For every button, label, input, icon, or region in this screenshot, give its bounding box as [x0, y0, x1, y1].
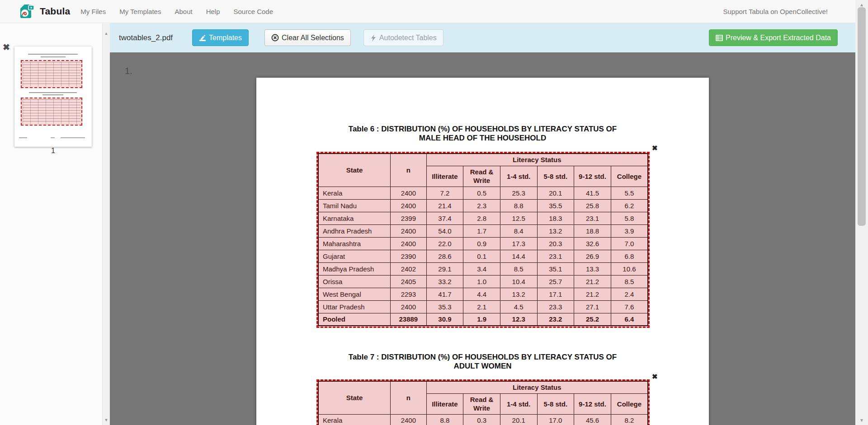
preview-export-button[interactable]: Preview & Export Extracted Data: [709, 29, 838, 46]
lightning-bolt-icon: [370, 34, 377, 42]
templates-icon: [199, 34, 206, 42]
scrollbar-thumb[interactable]: [858, 7, 866, 226]
toolbar: twotables_2.pdf Templates Clear All Sele…: [110, 23, 855, 52]
table7-title-line1: Table 7 : DISTRIBUTION (%) OF HOUSEHOLDS…: [256, 353, 709, 362]
nav-item-my-files[interactable]: My Files: [74, 0, 113, 23]
page-thumbnail[interactable]: [14, 47, 92, 147]
nav-item-my-templates[interactable]: My Templates: [113, 0, 168, 23]
table-list-icon: [716, 34, 723, 42]
remove-circle-icon: [271, 34, 279, 42]
tabula-app: Tabula My Files My Templates About Help …: [0, 0, 868, 425]
thumb-footer-line: [19, 137, 27, 138]
table-selection-1[interactable]: [316, 152, 650, 328]
clear-button-label: Clear All Selections: [282, 34, 344, 42]
sidebar-scrollbar[interactable]: ▲ ▼: [102, 23, 110, 425]
support-link[interactable]: Support Tabula on OpenCollective!: [723, 0, 828, 23]
tabula-logo-icon: [19, 2, 36, 21]
page-scrollbar[interactable]: ▲ ▼: [855, 0, 868, 425]
thumb-mini-table: [23, 62, 80, 86]
pdf-filename: twotables_2.pdf: [119, 33, 173, 42]
pdf-canvas: 1. Table 6 : DISTRIBUTION (%) OF HOUSEHO…: [110, 52, 855, 425]
scroll-down-icon[interactable]: ▼: [103, 418, 110, 422]
selection-2-close-icon[interactable]: ✖: [652, 373, 658, 380]
table6-title-line1: Table 6 : DISTRIBUTION (%) OF HOUSEHOLDS…: [256, 125, 709, 134]
thumb-footer-line: [61, 137, 85, 138]
thumb-title-line: [29, 92, 77, 93]
templates-button[interactable]: Templates: [192, 29, 249, 46]
thumb-selection-2: [21, 98, 82, 126]
thumb-footer-line: [51, 137, 55, 138]
clear-all-selections-button[interactable]: Clear All Selections: [264, 29, 351, 46]
thumb-title-line: [41, 56, 66, 57]
selection-1-close-icon[interactable]: ✖: [652, 145, 658, 151]
sidebar: ✖ 1: [0, 23, 102, 425]
thumb-mini-table: [23, 99, 80, 124]
autodetect-tables-button[interactable]: Autodetect Tables: [363, 29, 443, 46]
export-button-label: Preview & Export Extracted Data: [726, 34, 831, 42]
close-document-icon[interactable]: ✖: [3, 43, 10, 51]
nav-item-help[interactable]: Help: [199, 0, 227, 23]
nav-item-source-code[interactable]: Source Code: [227, 0, 280, 23]
thumb-selection-1: [21, 60, 82, 88]
scroll-up-icon[interactable]: ▲: [103, 31, 110, 36]
autodetect-button-label: Autodetect Tables: [379, 34, 437, 42]
canvas-page-label: 1.: [125, 66, 132, 76]
table-selection-2[interactable]: [316, 379, 650, 425]
table6-title-line2: MALE HEAD OF THE HOUSEHOLD: [256, 134, 709, 143]
thumb-title-line: [42, 94, 63, 95]
templates-button-label: Templates: [209, 34, 242, 42]
nav-links: My Files My Templates About Help Source …: [74, 0, 280, 23]
table7-title-line2: ADULT WOMEN: [256, 362, 709, 371]
brand-name: Tabula: [40, 6, 70, 17]
nav-item-about[interactable]: About: [168, 0, 199, 23]
navbar: Tabula My Files My Templates About Help …: [0, 0, 855, 23]
scroll-up-icon[interactable]: ▲: [855, 2, 868, 7]
scroll-down-icon[interactable]: ▼: [855, 418, 868, 423]
thumbnail-page-number: 1: [14, 147, 92, 155]
thumb-title-line: [28, 54, 78, 55]
brand-link[interactable]: Tabula: [19, 2, 70, 21]
